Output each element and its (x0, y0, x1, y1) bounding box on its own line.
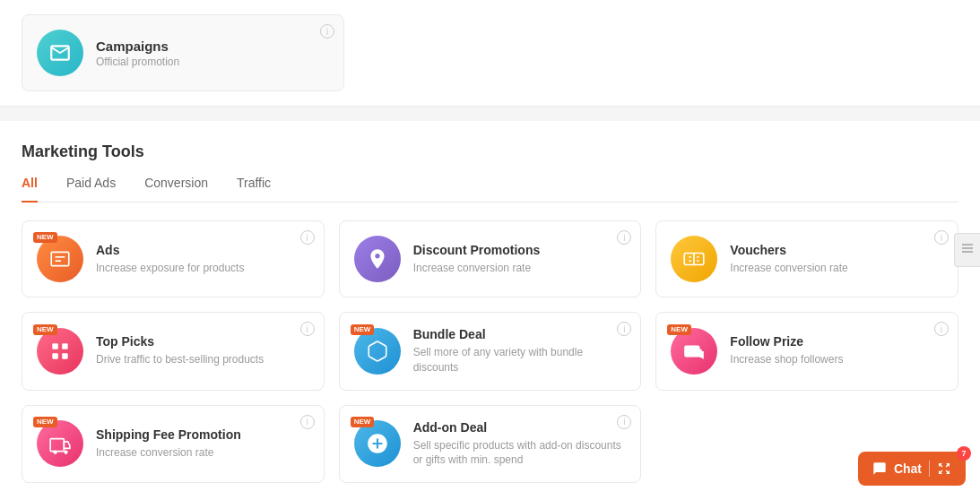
tool-icon-wrap-add-on-deal: NEW (354, 420, 401, 467)
tool-icon-wrap-vouchers (671, 236, 717, 282)
tool-title-ads: Ads (96, 243, 244, 257)
tool-title-add-on-deal: Add-on Deal (413, 420, 627, 435)
tab-traffic[interactable]: Traffic (237, 176, 271, 203)
tool-card-bundle-deal[interactable]: NEWBundle DealSell more of any variety w… (339, 312, 642, 391)
tool-info-icon-vouchers[interactable]: i (934, 230, 949, 245)
tabs: All Paid Ads Conversion Traffic (22, 176, 958, 203)
tool-card-discount-promotions[interactable]: Discount PromotionsIncrease conversion r… (339, 220, 642, 297)
chat-icon (872, 461, 887, 476)
tool-info-add-on-deal: Add-on DealSell specific products with a… (413, 420, 627, 469)
tool-info-icon-add-on-deal[interactable]: i (617, 415, 631, 429)
tool-info-icon-shipping-fee-promotion[interactable]: i (300, 415, 315, 429)
tool-title-bundle-deal: Bundle Deal (413, 327, 627, 341)
tab-all[interactable]: All (22, 176, 38, 203)
new-badge: NEW (351, 324, 375, 335)
chat-label: Chat (894, 461, 922, 476)
tool-desc-vouchers: Increase conversion rate (730, 261, 847, 276)
tool-card-ads[interactable]: NEWAdsIncrease exposure for productsi (22, 220, 325, 297)
tool-desc-top-picks: Drive traffic to best-selling products (96, 352, 264, 367)
tool-icon-shipping-fee-promotion (37, 420, 83, 467)
tool-icon-wrap-follow-prize: NEW (671, 328, 717, 375)
svg-rect-6 (52, 353, 58, 359)
tool-desc-shipping-fee-promotion: Increase conversion rate (96, 445, 241, 461)
tool-card-follow-prize[interactable]: NEWFollow PrizeIncrease shop followersi (655, 312, 958, 391)
tool-title-discount-promotions: Discount Promotions (413, 243, 541, 257)
tool-info-top-picks: Top PicksDrive traffic to best-selling p… (96, 334, 264, 367)
tool-card-vouchers[interactable]: VouchersIncrease conversion ratei (655, 220, 958, 297)
campaign-card[interactable]: Campaigns Official promotion i (22, 14, 344, 91)
tool-icon-wrap-bundle-deal: NEW (354, 328, 401, 375)
svg-rect-11 (962, 244, 973, 245)
chat-divider (929, 461, 930, 477)
tool-info-icon-follow-prize[interactable]: i (934, 322, 949, 336)
svg-point-10 (64, 451, 67, 454)
tool-info-shipping-fee-promotion: Shipping Fee PromotionIncrease conversio… (96, 427, 241, 461)
tool-icon-wrap-ads: NEW (37, 236, 83, 282)
chat-badge: 7 (957, 446, 971, 461)
new-badge: NEW (667, 324, 691, 335)
campaign-icon (37, 30, 83, 76)
tool-icon-wrap-top-picks: NEW (37, 328, 83, 375)
new-badge: NEW (351, 417, 375, 427)
tool-title-follow-prize: Follow Prize (730, 334, 843, 349)
tool-desc-discount-promotions: Increase conversion rate (413, 261, 541, 276)
tool-info-bundle-deal: Bundle DealSell more of any variety with… (413, 327, 627, 375)
tab-paid-ads[interactable]: Paid Ads (66, 176, 116, 203)
tool-info-icon-discount-promotions[interactable]: i (617, 230, 631, 245)
marketing-section: Marketing Tools All Paid Ads Conversion … (0, 121, 980, 203)
svg-rect-0 (51, 252, 69, 265)
chat-button[interactable]: Chat 7 (858, 452, 966, 486)
tool-info-icon-bundle-deal[interactable]: i (617, 322, 631, 336)
marketing-title: Marketing Tools (22, 142, 958, 161)
tool-card-shipping-fee-promotion[interactable]: NEWShipping Fee PromotionIncrease conver… (22, 405, 325, 484)
svg-rect-4 (52, 343, 58, 349)
svg-rect-7 (62, 353, 68, 359)
tool-icon-discount-promotions (354, 236, 401, 282)
new-badge: NEW (33, 417, 57, 427)
tool-icon-add-on-deal (354, 420, 401, 467)
top-section: Campaigns Official promotion i (0, 0, 980, 107)
tool-desc-follow-prize: Increase shop followers (730, 352, 843, 367)
tool-card-top-picks[interactable]: NEWTop PicksDrive traffic to best-sellin… (22, 312, 325, 391)
tool-title-top-picks: Top Picks (96, 334, 264, 349)
svg-point-9 (53, 451, 56, 454)
tool-info-icon-ads[interactable]: i (300, 230, 315, 245)
tool-desc-add-on-deal: Sell specific products with add-on disco… (413, 438, 627, 469)
campaign-title: Campaigns (96, 39, 179, 54)
tool-info-follow-prize: Follow PrizeIncrease shop followers (730, 334, 843, 367)
tool-desc-ads: Increase exposure for products (96, 261, 244, 276)
svg-rect-12 (962, 247, 973, 248)
new-badge: NEW (33, 324, 57, 335)
tool-info-vouchers: VouchersIncrease conversion rate (730, 243, 847, 276)
tool-icon-vouchers (671, 236, 717, 282)
svg-rect-5 (62, 343, 68, 349)
svg-rect-8 (50, 439, 64, 452)
tool-desc-bundle-deal: Sell more of any variety with bundle dis… (413, 345, 627, 375)
tool-card-add-on-deal[interactable]: NEWAdd-on DealSell specific products wit… (339, 405, 642, 484)
tool-info-icon-top-picks[interactable]: i (300, 322, 315, 336)
campaign-info: Campaigns Official promotion (96, 39, 179, 68)
tool-icon-wrap-shipping-fee-promotion: NEW (37, 420, 83, 467)
tool-info-ads: AdsIncrease exposure for products (96, 243, 244, 276)
campaign-info-icon[interactable]: i (320, 24, 334, 39)
campaign-subtitle: Official promotion (96, 56, 179, 68)
sidebar-toggle[interactable] (954, 233, 980, 267)
tool-icon-wrap-discount-promotions (354, 236, 401, 282)
tools-grid: NEWAdsIncrease exposure for productsiDis… (0, 203, 980, 500)
tool-title-shipping-fee-promotion: Shipping Fee Promotion (96, 427, 241, 442)
tool-info-discount-promotions: Discount PromotionsIncrease conversion r… (413, 243, 541, 276)
new-badge: NEW (33, 232, 57, 243)
expand-icon (937, 461, 951, 476)
tab-conversion[interactable]: Conversion (144, 176, 208, 203)
svg-rect-13 (962, 251, 973, 252)
tool-title-vouchers: Vouchers (730, 243, 847, 257)
